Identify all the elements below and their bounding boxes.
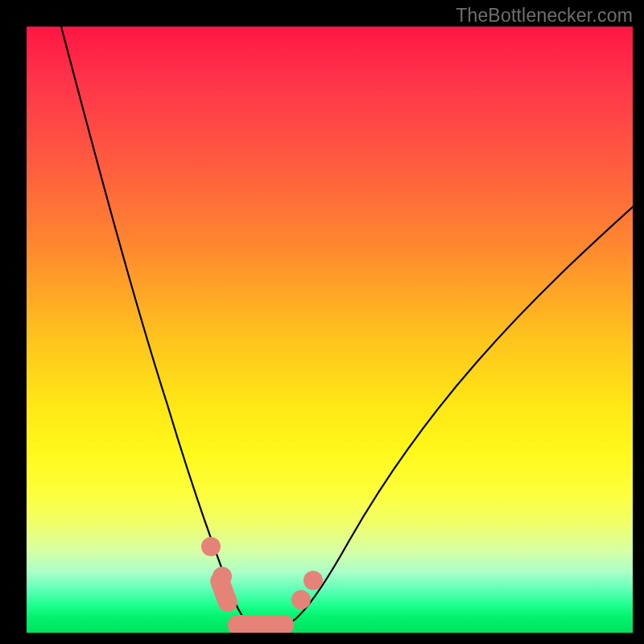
curve-layer xyxy=(27,27,633,633)
floor-marker xyxy=(228,615,294,633)
bead-left-upper xyxy=(201,537,221,556)
figure-root: TheBottlenecker.com xyxy=(0,0,644,644)
bead-left-connector xyxy=(208,568,240,614)
watermark-text: TheBottlenecker.com xyxy=(456,5,633,27)
plot-area xyxy=(27,27,633,633)
bead-right-lower xyxy=(291,590,311,609)
bottleneck-curve xyxy=(61,27,633,628)
bead-right-upper xyxy=(303,571,323,590)
